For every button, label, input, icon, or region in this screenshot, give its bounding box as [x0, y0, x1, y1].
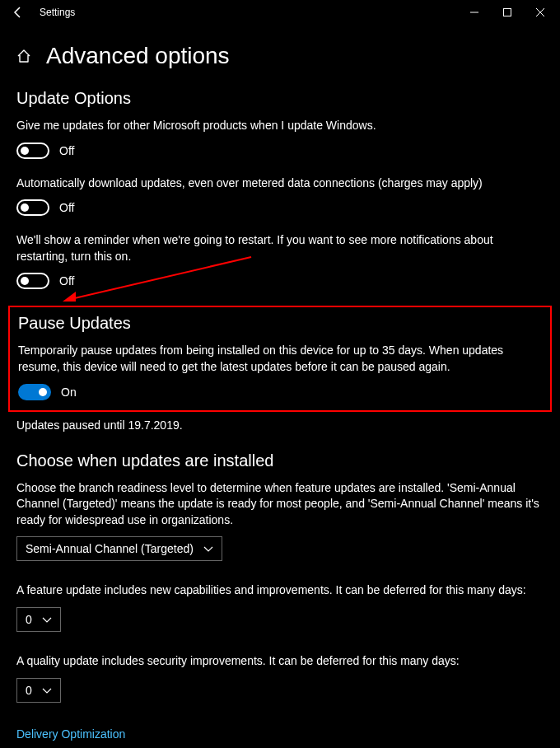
- toggle-restart-reminder-row: Off: [16, 273, 544, 289]
- toggle-other-products[interactable]: [16, 143, 49, 159]
- toggle-pause-updates[interactable]: [18, 384, 51, 400]
- toggle-pause-updates-row: On: [18, 384, 542, 400]
- svg-rect-1: [504, 9, 511, 16]
- toggle-restart-reminder[interactable]: [16, 273, 49, 289]
- chevron-down-icon: [42, 684, 52, 697]
- titlebar: Settings: [0, 0, 560, 25]
- quality-defer-value: 0: [26, 684, 32, 697]
- branch-readiness-dropdown[interactable]: Semi-Annual Channel (Targeted): [16, 536, 222, 561]
- toggle-pause-updates-state: On: [61, 386, 77, 399]
- quality-defer-dropdown[interactable]: 0: [16, 678, 61, 703]
- update-options-heading: Update Options: [16, 89, 544, 108]
- close-button[interactable]: [524, 0, 557, 25]
- home-button[interactable]: [16, 49, 31, 63]
- delivery-optimization-link[interactable]: Delivery Optimization: [16, 727, 544, 741]
- option-other-products-desc: Give me updates for other Microsoft prod…: [16, 118, 544, 134]
- back-button[interactable]: [3, 0, 33, 25]
- toggle-metered-state: Off: [59, 201, 74, 214]
- choose-when-desc: Choose the branch readiness level to det…: [16, 480, 544, 529]
- pause-updates-heading: Pause Updates: [18, 314, 542, 333]
- feature-defer-dropdown[interactable]: 0: [16, 607, 61, 632]
- choose-when-heading: Choose when updates are installed: [16, 451, 544, 470]
- minimize-button[interactable]: [458, 0, 491, 25]
- toggle-other-products-row: Off: [16, 143, 544, 159]
- back-arrow-icon: [12, 6, 25, 19]
- page-header: Advanced options: [0, 25, 560, 77]
- feature-defer-value: 0: [26, 613, 32, 626]
- toggle-metered[interactable]: [16, 199, 49, 216]
- option-restart-reminder-desc: We'll show a reminder when we're going t…: [16, 232, 544, 264]
- branch-readiness-value: Semi-Annual Channel (Targeted): [26, 542, 194, 555]
- quality-update-desc: A quality update includes security impro…: [16, 653, 544, 670]
- toggle-metered-row: Off: [16, 199, 544, 216]
- toggle-restart-reminder-state: Off: [59, 274, 74, 288]
- close-icon: [536, 8, 544, 16]
- chevron-down-icon: [203, 542, 213, 555]
- app-title: Settings: [40, 7, 75, 18]
- chevron-down-icon: [42, 613, 52, 626]
- page-title: Advanced options: [46, 43, 230, 69]
- pause-updates-highlight: Pause Updates Temporarily pause updates …: [8, 306, 552, 411]
- pause-updates-desc: Temporarily pause updates from being ins…: [18, 343, 542, 375]
- option-metered-desc: Automatically download updates, even ove…: [16, 175, 544, 192]
- home-icon: [16, 49, 31, 63]
- minimize-icon: [470, 8, 478, 16]
- maximize-button[interactable]: [491, 0, 524, 25]
- toggle-other-products-state: Off: [59, 144, 74, 157]
- maximize-icon: [503, 8, 511, 16]
- pause-status-text: Updates paused until 19.7.2019.: [16, 418, 544, 432]
- feature-update-desc: A feature update includes new capabiliti…: [16, 582, 544, 599]
- content-area: Update Options Give me updates for other…: [0, 77, 560, 748]
- window-controls: [458, 0, 557, 25]
